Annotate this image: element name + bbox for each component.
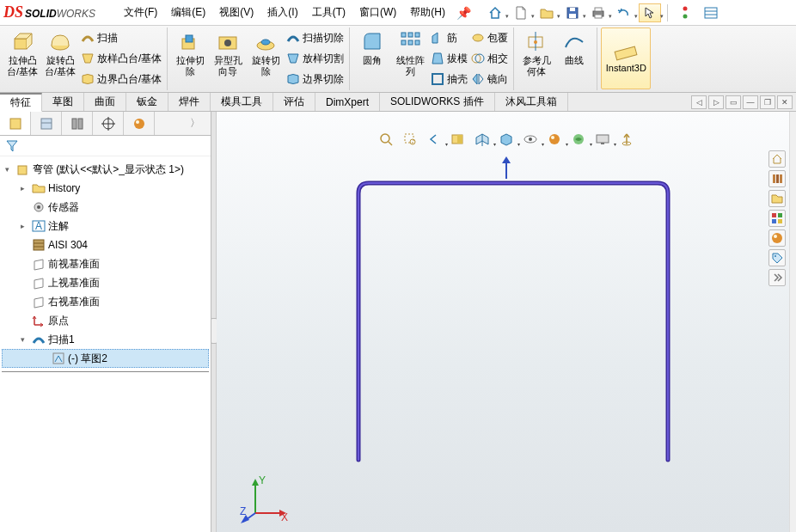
taskpane-appearance-button[interactable] xyxy=(768,229,786,247)
doc-restore-button[interactable]: ❐ xyxy=(760,95,775,109)
tab-moldtools[interactable]: 模具工具 xyxy=(211,93,273,111)
mirror-button[interactable]: 镜向 xyxy=(471,70,508,88)
view-orientation-button[interactable]: ▾ xyxy=(473,131,492,148)
panel-tab-tree[interactable] xyxy=(0,112,31,135)
revolve-boss-button[interactable]: 旋转凸 台/基体 xyxy=(41,28,79,89)
qat-undo-button[interactable]: ▾ xyxy=(613,3,635,22)
panel-tab-config[interactable] xyxy=(62,112,93,135)
taskpane-properties-button[interactable] xyxy=(768,249,786,266)
loft-button[interactable]: 放样凸台/基体 xyxy=(81,50,162,67)
normal-to-button[interactable] xyxy=(617,131,636,148)
view-settings-button[interactable]: ▾ xyxy=(593,131,612,148)
tab-addins[interactable]: SOLIDWORKS 插件 xyxy=(380,93,495,111)
sweep-button[interactable]: 扫描 xyxy=(81,29,162,46)
vertical-scrollbar[interactable] xyxy=(789,112,796,532)
tab-mofeng[interactable]: 沐风工具箱 xyxy=(495,93,568,111)
tree-sweep1[interactable]: ▾扫描1 xyxy=(2,330,209,349)
cut-boundary-button[interactable]: 边界切除 xyxy=(286,70,344,88)
menu-view[interactable]: 视图(V) xyxy=(212,5,260,20)
tree-root[interactable]: ▾弯管 (默认<<默认>_显示状态 1>) xyxy=(2,160,209,179)
view-triad[interactable]: Y X Z xyxy=(238,472,290,523)
pin-icon[interactable]: 📌 xyxy=(456,6,471,20)
menu-window[interactable]: 窗口(W) xyxy=(352,5,403,20)
rollback-bar[interactable] xyxy=(2,371,209,372)
cut-sweep-button[interactable]: 扫描切除 xyxy=(286,29,344,46)
wrap-button[interactable]: 包覆 xyxy=(471,29,508,46)
doc-minimize-button[interactable]: — xyxy=(743,95,758,109)
menu-help[interactable]: 帮助(H) xyxy=(403,5,452,20)
tab-sheetmetal[interactable]: 钣金 xyxy=(126,93,168,111)
qat-open-button[interactable]: ▾ xyxy=(536,3,558,22)
tab-dimxpert[interactable]: DimXpert xyxy=(315,93,380,111)
shell-button[interactable]: 抽壳 xyxy=(431,70,468,88)
extrude-boss-button[interactable]: 拉伸凸 台/基体 xyxy=(3,28,41,89)
taskpane-explorer-button[interactable] xyxy=(768,190,786,207)
qat-save-button[interactable]: ▾ xyxy=(561,3,584,22)
menu-edit[interactable]: 编辑(E) xyxy=(164,5,212,20)
tab-evaluate[interactable]: 评估 xyxy=(273,93,315,111)
taskpane-home-button[interactable] xyxy=(768,150,786,168)
cut-extrude-button[interactable]: 拉伸切 除 xyxy=(171,28,209,89)
collapse-icon[interactable]: ▾ xyxy=(5,165,14,174)
tab-features[interactable]: 特征 xyxy=(0,93,42,112)
tree-annotations[interactable]: ▸A注解 xyxy=(2,217,209,235)
hole-wizard-button[interactable]: 异型孔 向导 xyxy=(209,28,247,89)
qat-new-button[interactable]: ▾ xyxy=(510,3,532,22)
prev-view-button[interactable]: ▾ xyxy=(425,131,444,148)
tree-history[interactable]: ▸History xyxy=(2,179,209,198)
section-view-button[interactable] xyxy=(449,131,468,148)
rib-button[interactable]: 筋 xyxy=(431,29,468,46)
tab-surface[interactable]: 曲面 xyxy=(84,93,126,111)
doc-prev-button[interactable]: ◁ xyxy=(691,95,707,109)
qat-print-button[interactable]: ▾ xyxy=(587,3,609,22)
expand-icon[interactable]: ▸ xyxy=(21,222,29,230)
doc-next-button[interactable]: ▷ xyxy=(708,95,724,109)
intersect-button[interactable]: 相交 xyxy=(471,50,508,67)
tree-sensors[interactable]: 传感器 xyxy=(2,198,209,217)
expand-icon[interactable]: ▸ xyxy=(21,184,29,193)
qat-select-button[interactable]: ▾ xyxy=(639,3,661,22)
panel-tab-property[interactable] xyxy=(31,112,62,135)
instant3d-button[interactable]: Instant3D xyxy=(601,28,651,89)
model-sketch[interactable] xyxy=(350,176,677,468)
doc-tile-button[interactable]: ▭ xyxy=(726,95,741,109)
panel-tab-dimxpert[interactable] xyxy=(93,112,124,135)
qat-rebuild-button[interactable] xyxy=(674,3,696,22)
doc-close-button[interactable]: ✕ xyxy=(777,95,793,109)
graphics-viewport[interactable]: ▾ ▾ ▾ ▾ ▾ ▾ ▾ Y X Z xyxy=(217,112,796,532)
taskpane-forum-button[interactable] xyxy=(768,269,786,286)
taskpane-library-button[interactable] xyxy=(768,170,786,187)
panel-tab-more[interactable]: 〉 xyxy=(180,112,211,135)
taskpane-palette-button[interactable] xyxy=(768,210,786,227)
tree-right-plane[interactable]: 右视基准面 xyxy=(2,292,209,311)
display-style-button[interactable]: ▾ xyxy=(497,131,516,148)
tab-sketch[interactable]: 草图 xyxy=(42,93,84,111)
apply-scene-button[interactable]: ▾ xyxy=(569,131,588,148)
curves-button[interactable]: 曲线 xyxy=(555,28,593,89)
tree-top-plane[interactable]: 上视基准面 xyxy=(2,273,209,292)
cut-revolve-button[interactable]: 旋转切 除 xyxy=(247,28,285,89)
qat-home-button[interactable]: ▾ xyxy=(484,3,506,22)
reference-geometry-button[interactable]: 参考几 何体 xyxy=(517,28,555,89)
zoom-fit-button[interactable] xyxy=(377,131,395,148)
collapse-icon[interactable]: ▾ xyxy=(21,335,29,344)
boundary-button[interactable]: 边界凸台/基体 xyxy=(81,70,162,88)
menu-insert[interactable]: 插入(I) xyxy=(260,5,304,20)
cut-loft-button[interactable]: 放样切割 xyxy=(286,50,344,67)
linear-pattern-button[interactable]: 线性阵 列 xyxy=(391,28,429,89)
panel-tab-display[interactable] xyxy=(124,112,155,135)
tree-sketch2[interactable]: (-) 草图2 xyxy=(2,349,209,368)
tab-weldment[interactable]: 焊件 xyxy=(168,93,211,111)
qat-options-button[interactable] xyxy=(700,3,722,22)
zoom-area-button[interactable] xyxy=(401,131,419,148)
edit-appearance-button[interactable]: ▾ xyxy=(545,131,564,148)
tree-material[interactable]: AISI 304 xyxy=(2,235,209,254)
tree-front-plane[interactable]: 前视基准面 xyxy=(2,254,209,273)
hide-show-button[interactable]: ▾ xyxy=(521,131,540,148)
draft-button[interactable]: 拔模 xyxy=(431,50,468,67)
funnel-icon[interactable] xyxy=(5,139,19,153)
menu-file[interactable]: 文件(F) xyxy=(117,5,164,20)
tree-origin[interactable]: 原点 xyxy=(2,311,209,330)
menu-tools[interactable]: 工具(T) xyxy=(305,5,352,20)
fillet-button[interactable]: 圆角 xyxy=(353,28,391,89)
